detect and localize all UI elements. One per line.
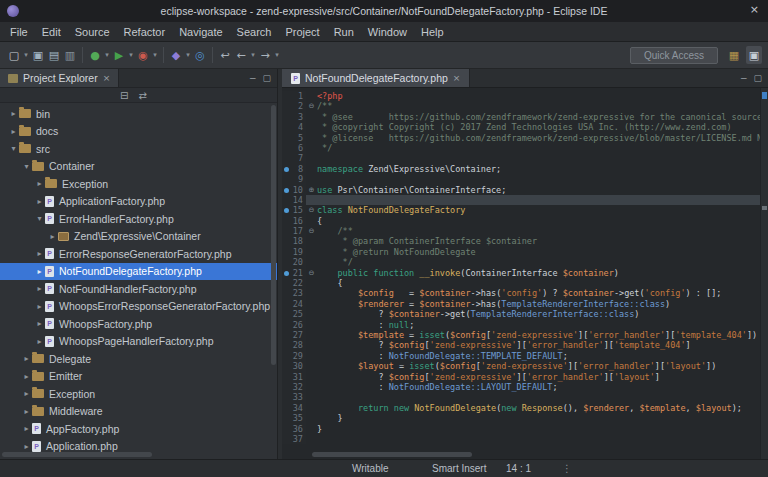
status-input-mode[interactable]: Smart Insert (432, 463, 486, 474)
window-close-icon[interactable]: × (750, 3, 759, 16)
code-line-22[interactable]: 22 { (282, 278, 760, 288)
tree-item-emitter[interactable]: ▸Emitter (0, 368, 277, 386)
menu-item-file[interactable]: File (3, 24, 35, 40)
editor-minimize-icon[interactable]: − (740, 73, 748, 83)
collapse-arrow-icon[interactable]: ▸ (34, 249, 45, 258)
tree-item-src[interactable]: ▾src (0, 140, 277, 158)
code-line-1[interactable]: 1<?php (282, 91, 760, 101)
code-line-27[interactable]: 27 $template = isset($config['zend-expre… (282, 330, 760, 340)
code-line-18[interactable]: 18 * @param ContainerInterface $containe… (282, 236, 760, 246)
code-line-8[interactable]: 8namespace Zend\Expressive\Container; (282, 164, 760, 174)
code-line-26[interactable]: 26 : null; (282, 320, 760, 330)
code-line-28[interactable]: 28 ? $config['zend-expressive']['error_h… (282, 340, 760, 350)
tree-item-notfounddelegatefactory-php[interactable]: ▸PNotFoundDelegateFactory.php (0, 263, 277, 281)
code-line-36[interactable]: 36} (282, 424, 760, 434)
code-line-15[interactable]: 15⊖class NotFoundDelegateFactory (282, 205, 760, 215)
explorer-tab-close-icon[interactable]: × (103, 73, 111, 83)
code-line-7[interactable]: 7 (282, 153, 760, 163)
code-line-31[interactable]: 31 ? $config['zend-expressive']['error_h… (282, 372, 760, 382)
external-tools-icon[interactable]: ◉ (135, 46, 151, 64)
quick-access-button[interactable]: Quick Access (630, 47, 718, 64)
menu-item-refactor[interactable]: Refactor (117, 24, 173, 40)
debug-menu-icon[interactable]: ▾ (103, 46, 111, 64)
run-icon[interactable]: ▶ (111, 46, 127, 64)
fold-minus-icon[interactable]: ⊖ (306, 101, 317, 111)
last-edit-location-icon[interactable]: ↩ (217, 46, 233, 64)
expand-arrow-icon[interactable]: ▾ (8, 144, 19, 153)
tab-project-explorer[interactable]: Project Explorer × (0, 69, 119, 87)
new-php-element-menu-icon[interactable]: ▾ (184, 46, 192, 64)
code-line-23[interactable]: 23 $config = $container->has('config') ?… (282, 288, 760, 298)
code-line-17[interactable]: 17⊖ /** (282, 226, 760, 236)
debug-icon[interactable]: ● (87, 46, 103, 64)
code-line-20[interactable]: 20 */ (282, 257, 760, 267)
new-php-element-icon[interactable]: ◆ (168, 46, 184, 64)
code-line-9[interactable]: 9 (282, 174, 760, 184)
overview-marker-icon[interactable] (762, 92, 767, 99)
expand-arrow-icon[interactable]: ▾ (34, 214, 45, 223)
code-line-24[interactable]: 24 $renderer = $container->has(TemplateR… (282, 299, 760, 309)
code-line-25[interactable]: 25 ? $container->get(TemplateRendererInt… (282, 309, 760, 319)
collapse-arrow-icon[interactable]: ▸ (21, 389, 32, 398)
overview-marker-secondary-icon[interactable] (762, 206, 767, 210)
tree-item-docs[interactable]: ▸docs (0, 123, 277, 141)
tree-item-container[interactable]: ▾Container (0, 158, 277, 176)
collapse-arrow-icon[interactable]: ▸ (21, 424, 32, 433)
new-wizard-menu-icon[interactable]: ▾ (22, 46, 30, 64)
collapse-arrow-icon[interactable]: ▸ (21, 407, 32, 416)
editor-horizontal-scrollbar[interactable] (312, 452, 472, 457)
tree-item-bin[interactable]: ▸bin (0, 105, 277, 123)
collapse-arrow-icon[interactable]: ▸ (47, 232, 58, 241)
collapse-arrow-icon[interactable]: ▸ (8, 127, 19, 136)
collapse-arrow-icon[interactable]: ▸ (34, 179, 45, 188)
link-with-editor-icon[interactable]: ⇄ (138, 90, 146, 101)
collapse-arrow-icon[interactable]: ▸ (34, 284, 45, 293)
forward-icon[interactable]: → (257, 46, 273, 64)
code-line-5[interactable]: 5 * @license https://github.com/zendfram… (282, 133, 760, 143)
tree-item-whoopserrorresponsegeneratorfactory-php[interactable]: ▸PWhoopsErrorResponseGeneratorFactory.ph… (0, 298, 277, 316)
menu-item-edit[interactable]: Edit (35, 24, 68, 40)
collapse-arrow-icon[interactable]: ▸ (8, 109, 19, 118)
tree-item-exception[interactable]: ▸Exception (0, 175, 277, 193)
open-perspective-icon[interactable]: ▦ (726, 46, 742, 64)
code-line-14[interactable]: 14 (282, 195, 760, 205)
fold-plus-icon[interactable]: ⊕ (306, 185, 317, 195)
collapse-arrow-icon[interactable]: ▸ (34, 319, 45, 328)
tab-notfounddelegatefactory[interactable]: P NotFoundDelegateFactory.php × (282, 69, 470, 87)
editor-maximize-icon[interactable]: ▢ (753, 73, 762, 83)
explorer-horizontal-scrollbar[interactable] (2, 452, 152, 457)
collapse-arrow-icon[interactable]: ▸ (21, 372, 32, 381)
fold-minus-icon[interactable]: ⊖ (306, 226, 317, 236)
code-line-37[interactable]: 37 (282, 434, 760, 444)
code-editor[interactable]: 1<?php2⊖/**3 * @see https://github.com/z… (282, 88, 768, 459)
menu-item-window[interactable]: Window (361, 24, 414, 40)
tree-item-whoopsfactory-php[interactable]: ▸PWhoopsFactory.php (0, 315, 277, 333)
menu-item-source[interactable]: Source (68, 24, 117, 40)
collapse-all-icon[interactable]: ⊟ (120, 90, 128, 101)
code-line-10[interactable]: 10⊕use Psr\Container\ContainerInterface; (282, 185, 760, 195)
status-overflow-icon[interactable]: ⋮ (562, 463, 572, 474)
collapse-arrow-icon[interactable]: ▸ (34, 302, 45, 311)
code-line-21[interactable]: 21⊖ public function __invoke(ContainerIn… (282, 268, 760, 278)
code-line-33[interactable]: 33 (282, 392, 760, 402)
run-menu-icon[interactable]: ▾ (127, 46, 135, 64)
save-all-icon[interactable]: ▤ (46, 46, 62, 64)
menu-item-navigate[interactable]: Navigate (172, 24, 229, 40)
save-icon[interactable]: ▣ (30, 46, 46, 64)
code-line-3[interactable]: 3 * @see https://github.com/zendframewor… (282, 112, 760, 122)
menu-item-search[interactable]: Search (230, 24, 279, 40)
collapse-arrow-icon[interactable]: ▸ (21, 354, 32, 363)
print-icon[interactable]: ▥ (62, 46, 78, 64)
external-tools-menu-icon[interactable]: ▾ (151, 46, 159, 64)
code-line-2[interactable]: 2⊖/** (282, 101, 760, 111)
overview-ruler[interactable] (760, 88, 768, 459)
explorer-vertical-scrollbar[interactable] (271, 105, 276, 365)
code-line-29[interactable]: 29 : NotFoundDelegate::TEMPLATE_DEFAULT; (282, 351, 760, 361)
menu-item-help[interactable]: Help (414, 24, 451, 40)
expand-arrow-icon[interactable]: ▾ (21, 162, 32, 171)
search-icon[interactable]: ◎ (192, 46, 208, 64)
tree-item-notfoundhandlerfactory-php[interactable]: ▸PNotFoundHandlerFactory.php (0, 280, 277, 298)
back-icon[interactable]: ← (233, 46, 249, 64)
code-line-4[interactable]: 4 * @copyright Copyright (c) 2017 Zend T… (282, 122, 760, 132)
explorer-maximize-icon[interactable]: ▢ (262, 73, 271, 83)
